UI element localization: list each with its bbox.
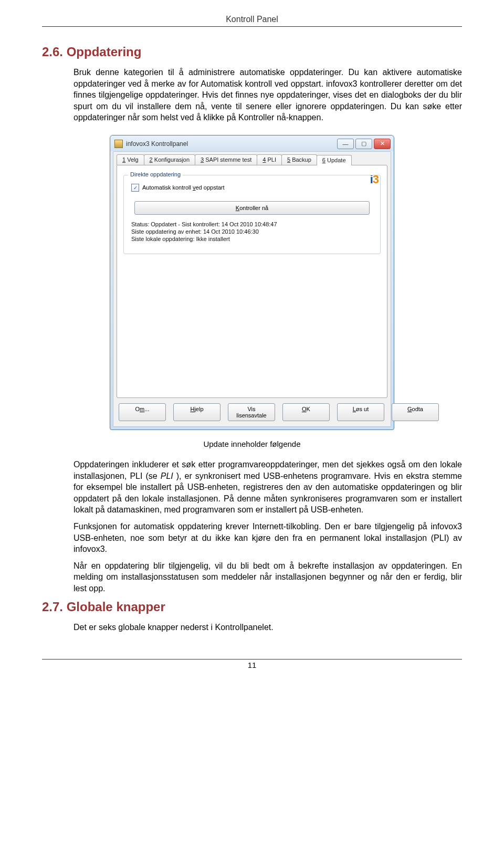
section-2-6-paragraph-1: Bruk denne kategorien til å administrere…	[74, 67, 462, 123]
tab-strip: 1 1 VelgVelg 2 Konfigurasjon2 Konfiguras…	[113, 152, 391, 165]
embedded-screenshot: infovox3 Kontrollpanel — ▢ ✕ 1 1 VelgVel…	[42, 135, 462, 430]
after-paragraph-3: Når en oppdatering blir tilgjengelig, vi…	[74, 560, 462, 594]
check-now-button[interactable]: Kontroller nåKontroller nå	[134, 201, 369, 215]
about-button[interactable]: Om...Om...	[119, 403, 166, 421]
ok-button[interactable]: OKOK	[282, 403, 330, 421]
accept-button[interactable]: GodtaGodta	[392, 403, 439, 421]
after-paragraph-1: Oppdateringen inkluderer et søk etter pr…	[74, 459, 462, 516]
status-line-3: Siste lokale oppdatering: Ikke installer…	[131, 236, 374, 242]
help-button[interactable]: HjelpHjelp	[173, 403, 220, 421]
tab-konfigurasjon[interactable]: 2 Konfigurasjon2 Konfigurasjon	[144, 154, 195, 165]
eject-button[interactable]: Løs utLøs ut	[337, 403, 384, 421]
checkbox-auto-check[interactable]: ✓	[131, 184, 139, 192]
maximize-button[interactable]: ▢	[355, 139, 372, 149]
app-window: infovox3 Kontrollpanel — ▢ ✕ 1 1 VelgVel…	[110, 135, 394, 430]
pli-ref: PLI	[161, 472, 173, 480]
page-header: Kontroll Panel	[42, 15, 462, 24]
bottom-button-row: Om...Om... HjelpHjelp Vis lisensavtale O…	[113, 398, 391, 426]
status-line-2: Siste oppdatering av enhet: 14 Oct 2010 …	[131, 228, 374, 235]
tab-pli[interactable]: 4 PLI4 PLI	[257, 154, 282, 165]
page-number: 11	[42, 661, 462, 669]
close-button[interactable]: ✕	[374, 139, 391, 149]
tab-update[interactable]: 6 Update6 Update	[317, 155, 352, 165]
window-title: infovox3 Kontrollpanel	[126, 140, 337, 148]
tab-backup[interactable]: 5 Backup5 Backup	[281, 154, 317, 165]
section-2-6-heading: 2.6. Oppdatering	[42, 45, 462, 59]
tab-panel-update: i3 Direkte oppdatering ✓ Automatisk kont…	[117, 165, 387, 398]
status-line-1: Status: Oppdatert - Sist kontrollert: 14…	[131, 221, 374, 227]
figure-caption: Update inneholder følgende	[42, 439, 462, 448]
after-paragraph-2: Funksjonen for automatisk oppdatering kr…	[74, 521, 462, 555]
window-titlebar: infovox3 Kontrollpanel — ▢ ✕	[110, 135, 394, 151]
footer-rule	[42, 659, 462, 659]
minimize-button[interactable]: —	[337, 139, 354, 149]
group-direct-update: Direkte oppdatering ✓ Automatisk kontrol…	[123, 175, 381, 254]
section-2-7-heading: 2.7. Globale knapper	[42, 600, 462, 614]
section-2-7-paragraph-1: Det er seks globale knapper nederst i Ko…	[74, 622, 462, 633]
checkbox-auto-check-label: Automatisk kontroll ved oppstart	[142, 184, 225, 191]
header-rule	[42, 26, 462, 27]
tab-sapi[interactable]: 3 SAPI stemme test3 SAPI stemme test	[195, 154, 257, 165]
app-icon	[114, 140, 123, 148]
group-title: Direkte oppdatering	[128, 171, 183, 177]
tab-velg[interactable]: 1 1 VelgVelg	[117, 154, 144, 165]
license-button[interactable]: Vis lisensavtale	[228, 403, 275, 421]
